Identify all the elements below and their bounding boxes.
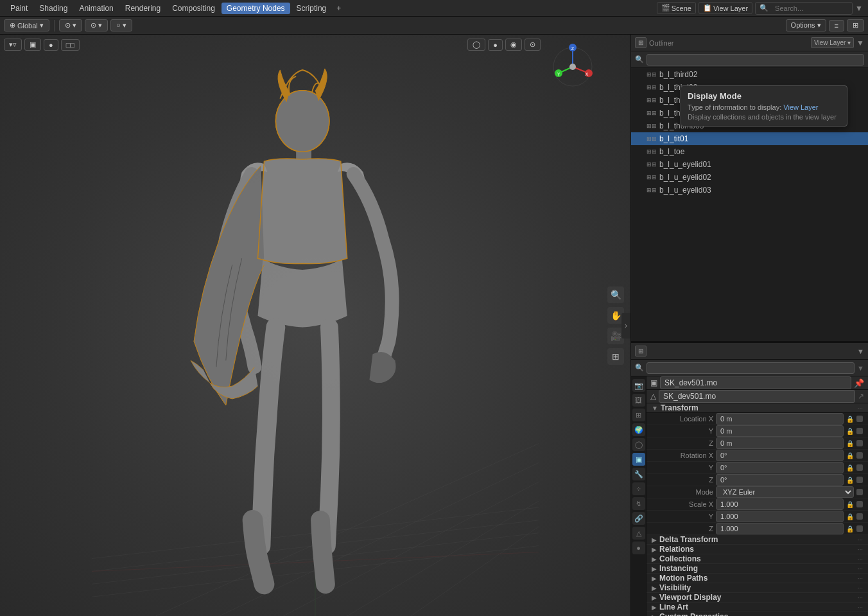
rot-anim-y-dot[interactable] xyxy=(856,464,863,471)
anim-y-dot[interactable] xyxy=(856,428,863,434)
properties-options[interactable]: ▼ xyxy=(857,348,864,355)
view-settings[interactable]: ≡ xyxy=(829,20,844,31)
rot-anim-x-dot[interactable] xyxy=(856,452,863,459)
lock-z-icon[interactable]: 🔒 xyxy=(846,440,854,447)
pin-icon[interactable]: 📌 xyxy=(854,378,864,388)
delta-menu[interactable]: ··· xyxy=(858,536,863,543)
rot-anim-z-dot[interactable] xyxy=(856,477,863,483)
menu-rendering[interactable]: Rendering xyxy=(120,3,166,14)
visibility-section[interactable]: ▶ Visibility ··· xyxy=(647,583,868,593)
panel-toggle[interactable]: › xyxy=(621,313,630,339)
viewport-shading-material[interactable]: ⊙ xyxy=(525,39,541,51)
dropdown-icon[interactable]: ▼ xyxy=(857,364,864,372)
constraints-icon[interactable]: 🔗 xyxy=(632,512,645,525)
view-layer-props-icon[interactable]: ⊞ xyxy=(632,409,645,421)
view-menu[interactable]: ▾▿ xyxy=(4,39,22,51)
data-icon[interactable]: △ xyxy=(632,527,645,540)
scale-y-input[interactable] xyxy=(716,511,844,522)
display-mode[interactable]: ⊞ xyxy=(847,19,864,31)
world-props-icon[interactable]: ◯ xyxy=(632,438,645,451)
grid-icon[interactable]: ⊞ xyxy=(607,348,624,365)
pivot-point[interactable]: ⊙ ▾ xyxy=(59,19,82,31)
object-menu[interactable]: □□ xyxy=(61,39,80,51)
scale-lock-z-icon[interactable]: 🔒 xyxy=(846,525,854,532)
add-menu[interactable]: ● xyxy=(44,39,58,51)
rotation-x-input[interactable] xyxy=(716,450,844,461)
rotation-y-input[interactable] xyxy=(716,462,844,473)
scene-props-icon[interactable]: 🌍 xyxy=(632,423,645,436)
view-layer-dropdown[interactable]: 📋 View Layer xyxy=(699,2,752,14)
line-art-menu[interactable]: ··· xyxy=(858,604,863,611)
filter-icon[interactable]: ▼ xyxy=(855,4,863,13)
custom-props-menu[interactable]: ··· xyxy=(858,613,863,617)
rot-lock-x-icon[interactable]: 🔒 xyxy=(846,452,854,459)
object-name-input-1[interactable] xyxy=(660,376,851,389)
scale-anim-z-dot[interactable] xyxy=(856,525,863,532)
add-workspace-button[interactable]: + xyxy=(333,3,345,14)
rot-lock-y-icon[interactable]: 🔒 xyxy=(846,464,854,471)
material-icon[interactable]: ● xyxy=(632,541,645,554)
menu-paint[interactable]: Paint xyxy=(5,3,33,14)
visibility-menu[interactable]: ··· xyxy=(858,585,863,592)
viewport-shading-solid[interactable]: ● xyxy=(488,39,503,51)
options-button[interactable]: Options ▾ xyxy=(786,19,826,31)
modifier-props-icon[interactable]: 🔧 xyxy=(632,468,645,480)
rotation-mode-select[interactable]: XYZ Euler XZY Euler YXZ Euler YZX Euler … xyxy=(716,486,854,498)
output-props-icon[interactable]: 🖼 xyxy=(632,394,645,407)
viewport-display-menu[interactable]: ··· xyxy=(858,594,863,601)
outliner-display-mode[interactable]: ⊞ xyxy=(635,37,647,48)
outliner-search-input[interactable] xyxy=(647,54,864,66)
global-search-input[interactable] xyxy=(771,3,848,13)
properties-search-input[interactable] xyxy=(647,362,855,374)
relations-menu[interactable]: ··· xyxy=(858,546,863,553)
viewport-shading-rendered[interactable]: ◉ xyxy=(505,39,522,51)
instancing-section[interactable]: ▶ Instancing ··· xyxy=(647,564,868,574)
viewport-shading-wire[interactable]: ◯ xyxy=(467,39,485,51)
snap-toggle[interactable]: ⊙ ▾ xyxy=(85,19,108,31)
view-layer-mode-btn[interactable]: View Layer ▾ xyxy=(811,37,854,48)
menu-shading[interactable]: Shading xyxy=(34,3,73,14)
outliner-item[interactable]: ⊞⊞ b_l_toe xyxy=(631,145,868,158)
scale-x-input[interactable] xyxy=(716,498,844,510)
zoom-icon[interactable]: 🔍 xyxy=(607,286,624,303)
proportional-edit[interactable]: ○ ▾ xyxy=(110,19,132,31)
scale-lock-x-icon[interactable]: 🔒 xyxy=(846,501,854,508)
menu-scripting[interactable]: Scripting xyxy=(291,3,332,14)
particles-icon[interactable]: ⁘ xyxy=(632,482,645,495)
render-props-icon[interactable]: 📷 xyxy=(632,379,645,392)
instancing-menu[interactable]: ··· xyxy=(858,565,863,572)
location-z-input[interactable] xyxy=(716,437,844,449)
scale-anim-x-dot[interactable] xyxy=(856,501,863,507)
motion-paths-section[interactable]: ▶ Motion Paths ··· xyxy=(647,574,868,583)
external-link-icon[interactable]: ↗ xyxy=(858,392,864,401)
menu-geometry-nodes[interactable]: Geometry Nodes xyxy=(221,3,290,14)
collections-menu[interactable]: ··· xyxy=(858,556,863,563)
rotation-z-input[interactable] xyxy=(716,474,844,486)
custom-properties-section[interactable]: ▶ Custom Properties ··· xyxy=(647,612,868,616)
outliner-item[interactable]: ⊞⊞ b_l_u_eyelid03 xyxy=(631,184,868,197)
menu-animation[interactable]: Animation xyxy=(74,3,118,14)
section-menu-icon[interactable]: ··· xyxy=(858,405,863,412)
viewport-display-section[interactable]: ▶ Viewport Display ··· xyxy=(647,593,868,603)
delta-transform-section[interactable]: ▶ Delta Transform ··· xyxy=(647,535,868,545)
outliner-item[interactable]: ⊞⊞ b_l_u_eyelid02 xyxy=(631,171,868,184)
scale-z-input[interactable] xyxy=(716,523,844,534)
scale-anim-y-dot[interactable] xyxy=(856,513,863,520)
collections-section[interactable]: ▶ Collections ··· xyxy=(647,554,868,564)
mode-anim-dot[interactable] xyxy=(856,489,863,495)
filter-icon[interactable]: ▼ xyxy=(856,39,864,48)
relations-section[interactable]: ▶ Relations ··· xyxy=(647,545,868,554)
anim-z-dot[interactable] xyxy=(856,440,863,446)
transform-orientation[interactable]: ⊕ Global ▾ xyxy=(4,19,49,31)
line-art-section[interactable]: ▶ Line Art ··· xyxy=(647,603,868,612)
viewport[interactable]: ▾▿ ▣ ● □□ ◯ ● ◉ ⊙ X xyxy=(0,35,630,616)
location-x-input[interactable] xyxy=(716,413,844,425)
location-y-input[interactable] xyxy=(716,425,844,437)
properties-display-mode[interactable]: ⊞ xyxy=(635,346,647,356)
motion-paths-menu[interactable]: ··· xyxy=(858,575,863,582)
physics-icon[interactable]: ↯ xyxy=(632,497,645,510)
scale-lock-y-icon[interactable]: 🔒 xyxy=(846,513,854,520)
select-menu[interactable]: ▣ xyxy=(24,39,41,51)
transform-section-header[interactable]: ▼ Transform ··· xyxy=(647,403,868,413)
lock-x-icon[interactable]: 🔒 xyxy=(846,416,854,423)
